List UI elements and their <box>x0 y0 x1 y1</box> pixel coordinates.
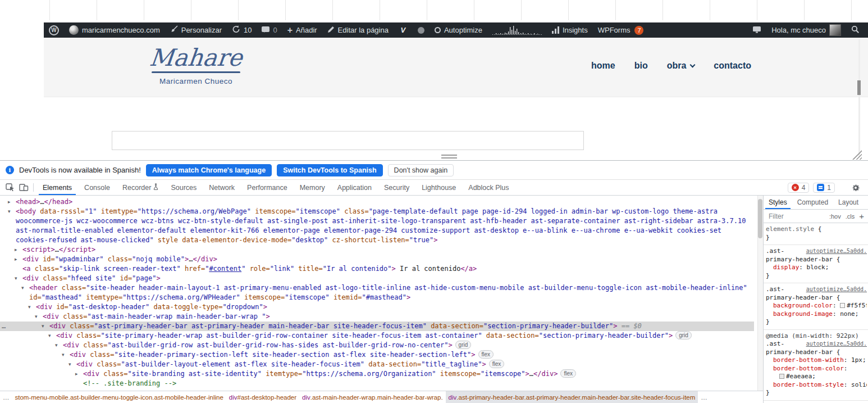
grid-badge[interactable]: grid <box>455 341 472 349</box>
collapse-arrow-icon[interactable]: ▾ <box>21 283 24 293</box>
dom-tree-row[interactable]: ▾<div class="hfeed site" id="page"> <box>0 274 754 283</box>
search-button[interactable] <box>846 22 865 38</box>
wpforms-menu[interactable]: WPForms 7 <box>593 22 649 38</box>
tab-console[interactable]: Console <box>78 180 116 195</box>
updates-menu[interactable]: 10 <box>227 22 257 38</box>
tab-layout[interactable]: Layout <box>833 196 864 209</box>
flex-badge[interactable]: flex <box>478 350 494 359</box>
flex-badge[interactable]: flex <box>489 360 505 368</box>
issues-chip[interactable]: 1 <box>813 183 835 193</box>
tab-security[interactable]: Security <box>378 180 415 195</box>
dom-tree-row[interactable]: ▾<div id="ast-desktop-header" data-toggl… <box>0 302 754 312</box>
collapse-arrow-icon[interactable]: ▾ <box>15 274 17 283</box>
page-scrollbar-thumb[interactable] <box>857 80 861 95</box>
grid-badge[interactable]: grid <box>675 331 692 339</box>
collapse-arrow-icon[interactable]: ▾ <box>68 360 71 369</box>
css-declaration[interactable]: display: block; <box>766 264 867 272</box>
expand-arrow-icon[interactable]: ▸ <box>75 369 78 379</box>
css-declaration[interactable]: border-bottom-width: 1px; <box>766 356 867 365</box>
comments-menu[interactable]: 0 <box>257 22 282 38</box>
collapse-arrow-icon[interactable]: ▾ <box>8 207 11 216</box>
stylesheet-source-link[interactable]: autoptimize…5a0dd. <box>806 247 867 256</box>
color-swatch[interactable] <box>779 374 784 379</box>
css-declaration[interactable]: background-image: none; <box>766 310 867 319</box>
dom-tree-row[interactable]: ▾<div class="site-primary-header-wrap as… <box>0 331 754 341</box>
collapse-arrow-icon[interactable]: ▾ <box>28 302 31 312</box>
tab-recorder[interactable]: Recorder <box>116 180 165 195</box>
tab-performance[interactable]: Performance <box>241 180 294 195</box>
dom-tree-row[interactable]: ▾<div class="ast-builder-grid-row ast-bu… <box>0 341 754 350</box>
tab-lighthouse[interactable]: Lighthouse <box>415 180 462 195</box>
dom-tree-row[interactable]: ▾<body data-rsssl="1" itemtype="https://… <box>0 207 754 245</box>
screen-options-menu[interactable] <box>747 22 766 38</box>
collapse-arrow-icon[interactable]: ▾ <box>62 350 65 360</box>
tab-elements[interactable]: Elements <box>36 180 78 195</box>
nav-item-obra[interactable]: obra <box>667 61 695 71</box>
nav-item-contacto[interactable]: contacto <box>714 61 751 71</box>
dom-tree-row[interactable]: ▾<header class="site-header header-main-… <box>0 283 754 302</box>
pseudo-state-toggle[interactable]: :hov <box>829 213 841 220</box>
dom-tree-row[interactable]: ▸<div class="site-branding ast-site-iden… <box>0 369 754 379</box>
settings-gear-icon[interactable] <box>849 183 862 192</box>
plugin-menu[interactable] <box>394 22 413 38</box>
elements-scrollbar-thumb[interactable] <box>758 199 762 238</box>
dom-tree-row[interactable]: ▾<div class="ast-builder-layout-element … <box>0 360 754 369</box>
dom-tree-row[interactable]: ▾<div class="ast-main-header-wrap main-h… <box>0 312 754 322</box>
dom-tree-row[interactable]: <a class="skip-link screen-reader-text" … <box>0 264 754 274</box>
traffic-sparkline[interactable] <box>487 22 547 38</box>
stylesheet-source-link[interactable]: autoptimize…5a0dd. <box>806 340 867 348</box>
inspect-element-icon[interactable] <box>3 180 17 195</box>
dom-tree-row[interactable]: …▾<div class="ast-primary-header-bar ast… <box>0 322 754 331</box>
expand-arrow-icon[interactable]: ▸ <box>15 245 17 255</box>
expand-arrow-icon[interactable]: ▸ <box>15 255 17 264</box>
collapse-arrow-icon[interactable]: ▾ <box>35 312 38 322</box>
new-content-menu[interactable]: Añadir <box>282 22 322 38</box>
tab-memory[interactable]: Memory <box>294 180 331 195</box>
breadcrumb-item[interactable]: stom-menu-mobile.ast-builder-menu-toggle… <box>12 391 226 403</box>
styles-filter-input[interactable] <box>768 212 825 221</box>
breadcrumb-item[interactable]: div.ast-main-header-wrap.main-header-bar… <box>299 391 446 403</box>
console-errors-chip[interactable]: 4 <box>788 183 810 193</box>
css-declaration[interactable]: border-bottom-style: solid; <box>766 381 867 390</box>
customize-menu[interactable]: Personalizar <box>165 22 227 38</box>
breadcrumb-overflow[interactable]: … <box>698 391 710 403</box>
match-language-button[interactable]: Always match Chrome's language <box>146 164 272 176</box>
dom-tree-row[interactable]: ▸<script>…</script> <box>0 245 754 255</box>
class-toggle[interactable]: .cls <box>846 213 855 220</box>
collapse-arrow-icon[interactable]: ▾ <box>42 322 44 331</box>
dom-tree-row[interactable]: ▸<head>…</head> <box>0 197 754 207</box>
tab-computed[interactable]: Computed <box>792 196 833 209</box>
expand-arrow-icon[interactable]: ▸ <box>8 197 11 207</box>
tab-sources[interactable]: Sources <box>165 180 203 195</box>
dom-tree-row[interactable]: <!-- .site-branding --> <box>0 379 754 388</box>
site-logo[interactable]: Mahare Maricarmen Chueco <box>144 45 248 85</box>
href-link[interactable]: #content <box>209 265 241 273</box>
nav-item-home[interactable]: home <box>591 61 615 71</box>
stylesheet-source-link[interactable]: autoptimize…5a0dd. <box>806 286 867 294</box>
color-swatch[interactable] <box>840 303 845 308</box>
breadcrumb-item[interactable]: div.ast-primary-header-bar.ast-primary-h… <box>446 391 698 403</box>
autoptimize-menu[interactable]: Autoptimize <box>430 22 487 38</box>
breadcrumb-item[interactable]: div#ast-desktop-header <box>226 391 299 403</box>
resize-grip-icon[interactable] <box>852 150 862 160</box>
collapse-arrow-icon[interactable]: ▾ <box>55 341 58 350</box>
page-scrollbar-track[interactable] <box>858 39 860 157</box>
elements-scrollbar[interactable] <box>757 196 763 391</box>
nav-item-bio[interactable]: bio <box>634 61 648 71</box>
status-dot-menu[interactable] <box>413 22 430 38</box>
css-declaration[interactable]: background-color: #f5f5f5; <box>766 302 867 310</box>
edit-page-menu[interactable]: Editar la página <box>322 22 394 38</box>
device-toolbar-icon[interactable] <box>17 180 30 195</box>
tab-styles[interactable]: Styles <box>764 196 792 209</box>
splitter-handle[interactable] <box>441 155 457 159</box>
new-style-rule-button[interactable]: + <box>859 212 864 220</box>
css-declaration-value[interactable]: #eaeaea; <box>766 373 867 381</box>
tab-network[interactable]: Network <box>203 180 241 195</box>
switch-spanish-button[interactable]: Switch DevTools to Spanish <box>277 164 382 176</box>
insights-menu[interactable]: Insights <box>547 22 593 38</box>
wordpress-menu[interactable]: W <box>44 22 64 38</box>
dont-show-again-button[interactable]: Don't show again <box>388 164 454 176</box>
tab-adblock-plus[interactable]: Adblock Plus <box>462 180 515 195</box>
dom-tree-row[interactable]: ▾<div class="site-header-primary-section… <box>0 350 754 360</box>
site-menu[interactable]: maricarmenchueco.com <box>64 22 165 38</box>
